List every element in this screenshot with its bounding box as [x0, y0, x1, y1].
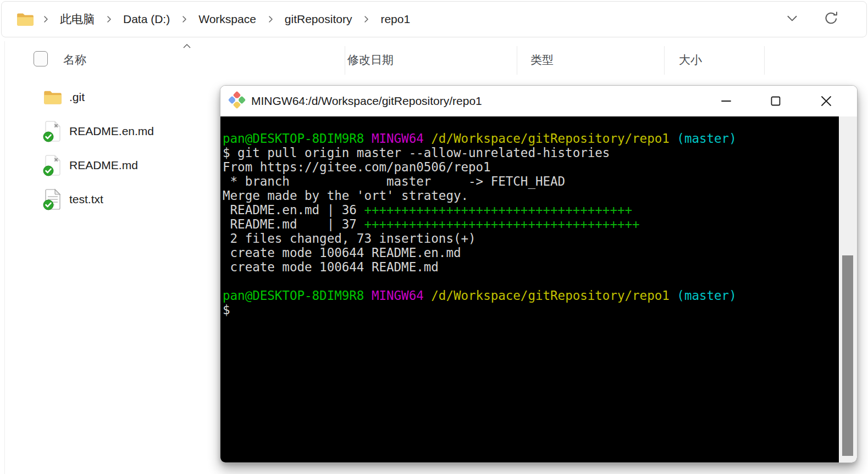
- chevron-right-icon: [267, 15, 274, 24]
- file-name: test.txt: [69, 193, 103, 206]
- sort-ascending-icon: [182, 42, 192, 52]
- terminal-line: pan@DESKTOP-8DIM9R8 MINGW64 /d/Workspace…: [223, 288, 857, 303]
- refresh-icon[interactable]: [823, 10, 839, 28]
- terminal-scrollbar-thumb[interactable]: [842, 255, 853, 456]
- file-name: README.md: [69, 159, 138, 172]
- maximize-button[interactable]: [766, 86, 785, 116]
- chevron-right-icon: [105, 15, 113, 24]
- terminal-line: $ git pull origin master --allow-unrelat…: [223, 146, 857, 160]
- column-header-size[interactable]: 大小: [679, 52, 702, 68]
- git-bash-icon: [227, 90, 247, 112]
- terminal-line: pan@DESKTOP-8DIM9R8 MINGW64 /d/Workspace…: [223, 131, 857, 146]
- file-name: README.en.md: [69, 125, 154, 138]
- terminal-line: $: [223, 303, 857, 317]
- column-divider[interactable]: [517, 46, 517, 75]
- file-list-header: 名称 修改日期 类型 大小: [0, 45, 868, 75]
- terminal-line: 2 files changed, 73 insertions(+): [223, 231, 857, 246]
- minimize-button[interactable]: [717, 86, 736, 116]
- md-file-checked-icon: [43, 154, 63, 176]
- md-file-checked-icon: [43, 120, 63, 142]
- terminal-line: * branch master -> FETCH_HEAD: [223, 174, 857, 188]
- chevron-right-icon: [42, 15, 49, 24]
- address-dropdown-icon[interactable]: [785, 11, 799, 27]
- column-header-date-modified[interactable]: 修改日期: [347, 52, 394, 68]
- terminal-window-title: MINGW64:/d/Workspace/gitRepository/repo1: [251, 94, 482, 108]
- chevron-right-icon: [362, 15, 370, 24]
- terminal-line: Merge made by the 'ort' strategy.: [223, 188, 857, 203]
- breadcrumb-item-repo1[interactable]: repo1: [377, 10, 413, 28]
- terminal-line: create mode 100644 README.md: [223, 260, 857, 274]
- column-header-name[interactable]: 名称: [63, 52, 86, 68]
- mingw64-terminal-window: MINGW64:/d/Workspace/gitRepository/repo1…: [220, 85, 858, 463]
- column-divider[interactable]: [664, 46, 665, 75]
- terminal-content[interactable]: pan@DESKTOP-8DIM9R8 MINGW64 /d/Workspace…: [220, 116, 857, 462]
- breadcrumb-item-drive-d[interactable]: Data (D:): [120, 10, 173, 28]
- breadcrumb-item-this-pc[interactable]: 此电脑: [57, 9, 98, 29]
- column-divider[interactable]: [764, 46, 765, 75]
- terminal-line: From https://gitee.com/pan0506/repo1: [223, 160, 857, 174]
- folder-icon: [43, 89, 63, 105]
- terminal-scrollbar-track[interactable]: [839, 116, 857, 462]
- breadcrumb-item-gitrepository[interactable]: gitRepository: [281, 10, 356, 28]
- terminal-title-bar[interactable]: MINGW64:/d/Workspace/gitRepository/repo1: [220, 86, 857, 116]
- explorer-address-bar[interactable]: 此电脑 Data (D:) Workspace gitRepository re…: [1, 1, 867, 37]
- txt-file-checked-icon: [43, 188, 63, 210]
- breadcrumb: 此电脑 Data (D:) Workspace gitRepository re…: [16, 9, 785, 29]
- chevron-right-icon: [180, 15, 188, 24]
- terminal-line: README.en.md | 36 ++++++++++++++++++++++…: [223, 203, 857, 217]
- terminal-output: pan@DESKTOP-8DIM9R8 MINGW64 /d/Workspace…: [220, 116, 857, 317]
- pane-divider: [4, 41, 5, 474]
- close-button[interactable]: [817, 86, 836, 116]
- terminal-line: [223, 274, 857, 288]
- select-all-checkbox[interactable]: [34, 51, 48, 66]
- column-divider[interactable]: [345, 46, 345, 75]
- terminal-line: README.md | 37 +++++++++++++++++++++++++…: [223, 217, 857, 231]
- terminal-line: create mode 100644 README.en.md: [223, 246, 857, 260]
- column-header-type[interactable]: 类型: [530, 52, 554, 68]
- folder-icon: [16, 12, 35, 27]
- breadcrumb-item-workspace[interactable]: Workspace: [195, 10, 259, 28]
- file-name: .git: [69, 91, 85, 104]
